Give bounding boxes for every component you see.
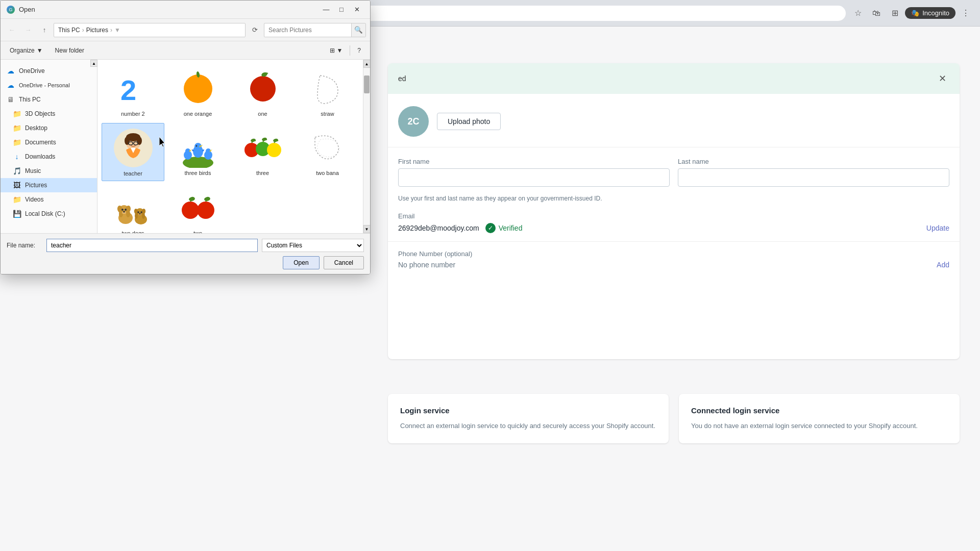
file-item-two[interactable]: two <box>166 183 229 233</box>
connected-login-title: Connected login service <box>691 406 947 415</box>
file-item-three-birds[interactable]: three birds <box>166 123 229 181</box>
avatar-section: 2C Upload photo <box>388 94 960 147</box>
sidebar-item-label: OneDrive <box>19 67 45 74</box>
search-submit-button[interactable]: 🔍 <box>351 23 365 37</box>
filetype-select[interactable]: Custom Files <box>262 239 364 252</box>
filename-input[interactable] <box>46 239 258 252</box>
sidebar-item-music[interactable]: 🎵 Music <box>1 164 97 178</box>
email-section: Email 26929deb@moodjoy.com ✓ Verified Up… <box>388 212 960 242</box>
file-grid: 2 number 2 one orange <box>102 64 359 233</box>
add-phone-link[interactable]: Add <box>937 261 949 269</box>
breadcrumb-part2: Pictures <box>86 27 108 34</box>
profile-panel: ed ✕ 2C Upload photo First name L <box>388 63 960 359</box>
sidebar-item-documents[interactable]: 📁 Documents <box>1 135 97 149</box>
phone-section: Phone Number (optional) No phone number … <box>388 242 960 277</box>
browser-background: ← → ↻ 🔒 shopify.com/account ☆ 🛍 ⊞ 🎭 Inco… <box>0 0 980 551</box>
breadcrumb-bar: This PC › Pictures › ▼ <box>54 23 246 37</box>
file-name-three-birds: three birds <box>185 170 211 176</box>
sidebar-scroll-up[interactable]: ▲ <box>90 60 97 67</box>
sidebar-item-videos[interactable]: 📁 Videos <box>1 192 97 207</box>
sidebar-item-label: Pictures <box>25 182 47 189</box>
file-thumb-two-bana <box>305 127 351 168</box>
last-name-label: Last name <box>678 158 949 165</box>
sidebar-item-onedrive[interactable]: ☁ OneDrive <box>1 64 97 78</box>
file-item-teacher[interactable]: teacher <box>102 123 164 181</box>
sidebar-item-desktop[interactable]: 📁 Desktop <box>1 121 97 135</box>
sidebar-item-onedrive-personal[interactable]: ☁ OneDrive - Personal <box>1 78 97 92</box>
file-name-one-orange: one orange <box>184 111 212 117</box>
search-box: 🔍 <box>264 23 366 37</box>
profile-panel-header: ed ✕ <box>388 63 960 94</box>
sidebar-item-3d-objects[interactable]: 📁 3D Objects <box>1 107 97 121</box>
notification-text: ed <box>398 74 406 83</box>
file-item-one[interactable]: one <box>231 64 294 121</box>
svg-point-37 <box>125 209 127 211</box>
sidebar-item-this-pc[interactable]: 🖥 This PC <box>1 92 97 107</box>
first-name-input[interactable] <box>398 168 670 187</box>
bookmark-icon[interactable]: ☆ <box>850 5 866 21</box>
svg-point-47 <box>140 211 142 213</box>
view-options-button[interactable]: ⊞ ▼ <box>325 43 348 58</box>
menu-icon[interactable]: ⋮ <box>958 5 974 21</box>
file-thumb-two-dogs <box>110 187 156 228</box>
videos-icon: 📁 <box>13 195 21 204</box>
dialog-open-button[interactable]: Open <box>283 256 319 269</box>
file-name-three: three <box>256 170 269 176</box>
last-name-input[interactable] <box>678 168 949 187</box>
verified-icon: ✓ <box>485 223 496 233</box>
svg-point-50 <box>182 202 199 219</box>
svg-point-53 <box>204 196 211 202</box>
dialog-app-icon: G <box>7 6 15 14</box>
connected-login-desc: You do not have an external login servic… <box>691 421 947 431</box>
dialog-back-button[interactable]: ← <box>5 23 19 37</box>
scroll-up-arrow[interactable]: ▲ <box>363 60 371 68</box>
sidebar-item-label: Downloads <box>25 153 55 160</box>
dialog-toolbar: Organize ▼ New folder ⊞ ▼ ? <box>1 41 370 60</box>
svg-point-52 <box>197 202 214 219</box>
new-folder-button[interactable]: New folder <box>50 43 89 58</box>
shopify-icon[interactable]: 🛍 <box>868 5 885 21</box>
name-field-row: First name Last name <box>398 158 949 187</box>
search-input[interactable] <box>264 27 351 34</box>
breadcrumb-sep1: › <box>82 27 84 34</box>
scroll-thumb[interactable] <box>364 76 370 93</box>
local-disk-icon: 💾 <box>13 210 21 218</box>
file-item-two-dogs[interactable]: two dogs <box>102 183 164 233</box>
last-name-group: Last name <box>678 158 949 187</box>
file-item-one-orange[interactable]: one orange <box>166 64 229 121</box>
file-item-two-bana[interactable]: two bana <box>296 123 359 181</box>
sidebar-item-label: Documents <box>25 139 56 146</box>
grid-icon[interactable]: ⊞ <box>887 5 903 21</box>
incognito-badge: 🎭 Incognito <box>905 7 955 19</box>
dialog-forward-button[interactable]: → <box>21 23 35 37</box>
breadcrumb-sep2: › <box>110 27 112 34</box>
organize-button[interactable]: Organize ▼ <box>5 43 48 58</box>
dialog-body: ▲ ☁ OneDrive ☁ OneDrive - Personal 🖥 Thi… <box>1 60 370 233</box>
dialog-maximize-button[interactable]: □ <box>334 4 349 16</box>
dialog-close-button[interactable]: ✕ <box>350 4 364 16</box>
dialog-refresh-button[interactable]: ⟳ <box>248 23 262 37</box>
desktop-icon: 📁 <box>13 124 21 132</box>
file-item-number2[interactable]: 2 number 2 <box>102 64 164 121</box>
login-service-title: Login service <box>400 406 656 415</box>
sidebar-item-pictures[interactable]: 🖼 Pictures <box>1 178 97 192</box>
sidebar-item-downloads[interactable]: ↓ Downloads <box>1 149 97 164</box>
help-button[interactable]: ? <box>352 43 366 58</box>
profile-panel-close-button[interactable]: ✕ <box>935 71 949 86</box>
name-hint: Use your first and last name as they app… <box>398 195 949 202</box>
footer-filename-row: File name: Custom Files <box>7 239 364 252</box>
avatar: 2C <box>398 106 429 137</box>
file-item-straw[interactable]: straw <box>296 64 359 121</box>
dialog-up-button[interactable]: ↑ <box>37 23 52 37</box>
login-service-desc: Connect an external login service to qui… <box>400 421 656 431</box>
dialog-cancel-button[interactable]: Cancel <box>324 256 364 269</box>
scroll-down-arrow[interactable]: ▼ <box>363 225 371 233</box>
svg-point-51 <box>188 196 195 202</box>
onedrive-icon: ☁ <box>7 67 15 75</box>
sidebar-item-local-disk[interactable]: 💾 Local Disk (C:) <box>1 207 97 221</box>
dialog-minimize-button[interactable]: — <box>319 4 333 16</box>
upload-photo-button[interactable]: Upload photo <box>437 113 501 130</box>
file-name-straw: straw <box>321 111 334 117</box>
update-email-link[interactable]: Update <box>926 224 949 232</box>
file-item-three[interactable]: three <box>231 123 294 181</box>
